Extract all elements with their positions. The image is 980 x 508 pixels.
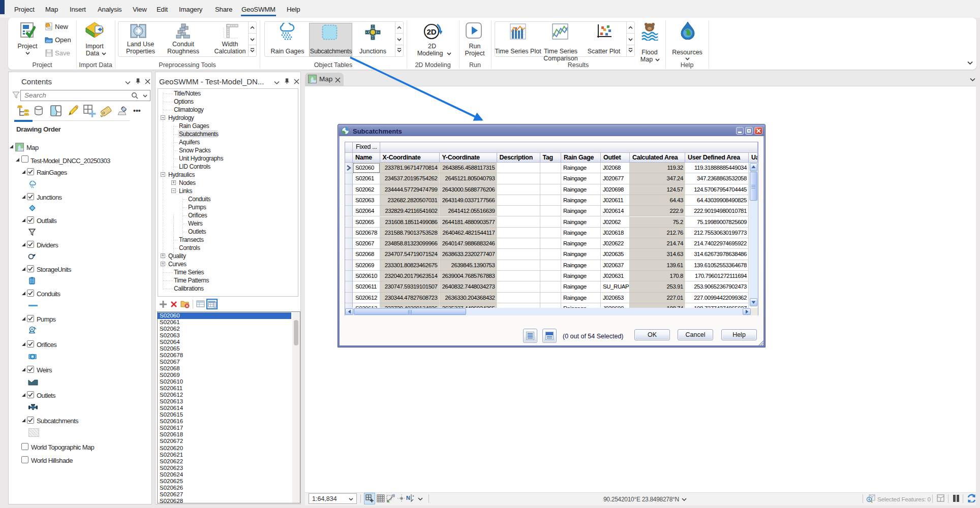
svg-text:N: N bbox=[406, 495, 410, 501]
svg-text:2D: 2D bbox=[426, 27, 436, 36]
